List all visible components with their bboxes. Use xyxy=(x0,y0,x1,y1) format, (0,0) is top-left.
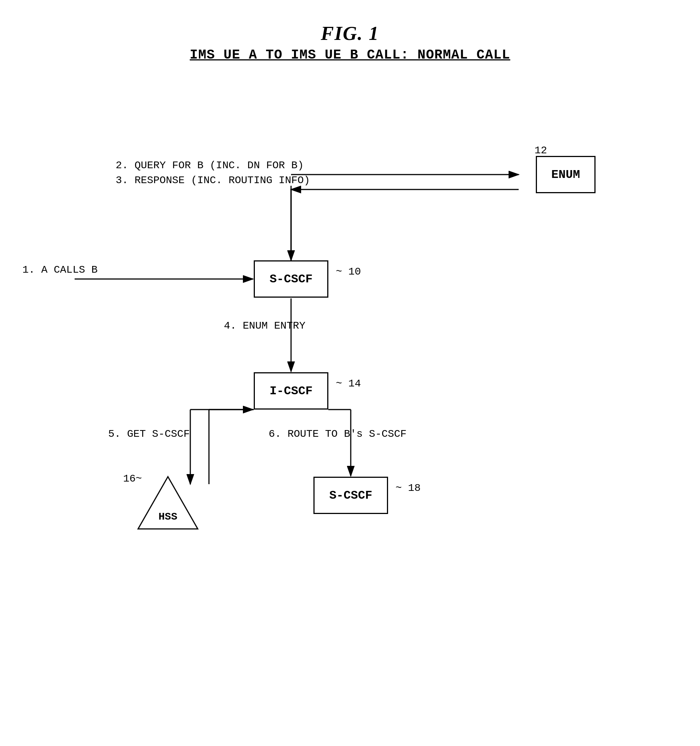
scscf-top-label: S-CSCF xyxy=(269,272,312,286)
diagram-area: ENUM 12 S-CSCF ~ 10 I-CSCF ~ 14 HSS 1 xyxy=(0,70,700,741)
hss-triangle-svg: HSS xyxy=(134,473,202,532)
step3-label: 3. RESPONSE (INC. ROUTING INFO) xyxy=(116,174,310,186)
scscf-bottom-label: S-CSCF xyxy=(329,489,372,502)
scscf-top-ref-curve: ~ xyxy=(336,266,349,278)
enum-ref: 12 xyxy=(534,145,547,156)
step1-label: 1. A CALLS B xyxy=(23,264,98,276)
scscf-top-ref: ~ 10 xyxy=(336,266,361,278)
step5-label: 5. GET S-CSCF xyxy=(108,428,190,440)
step4-label: 4. ENUM ENTRY xyxy=(224,320,305,332)
fig-title: FIG. 1 xyxy=(0,23,700,44)
enum-label: ENUM xyxy=(551,168,580,182)
scscf-bottom-box: S-CSCF xyxy=(313,477,388,514)
hss-ref: 16~ xyxy=(123,473,142,484)
enum-box: ENUM xyxy=(536,156,596,193)
icscf-ref: ~ 14 xyxy=(336,378,361,390)
icscf-label: I-CSCF xyxy=(269,384,312,398)
scscf-bottom-ref: ~ 18 xyxy=(396,482,420,494)
hss-triangle-container: HSS xyxy=(134,473,202,534)
scscf-top-box: S-CSCF xyxy=(254,260,328,298)
step2-label: 2. QUERY FOR B (INC. DN FOR B) xyxy=(116,159,304,171)
title-section: FIG. 1 IMS UE A TO IMS UE B CALL: NORMAL… xyxy=(0,0,700,63)
fig-subtitle: IMS UE A TO IMS UE B CALL: NORMAL CALL xyxy=(0,47,700,63)
icscf-box: I-CSCF xyxy=(254,372,328,409)
page: FIG. 1 IMS UE A TO IMS UE B CALL: NORMAL… xyxy=(0,0,700,746)
step6-label: 6. ROUTE TO B's S-CSCF xyxy=(269,428,407,440)
hss-label-svg: HSS xyxy=(159,511,177,523)
